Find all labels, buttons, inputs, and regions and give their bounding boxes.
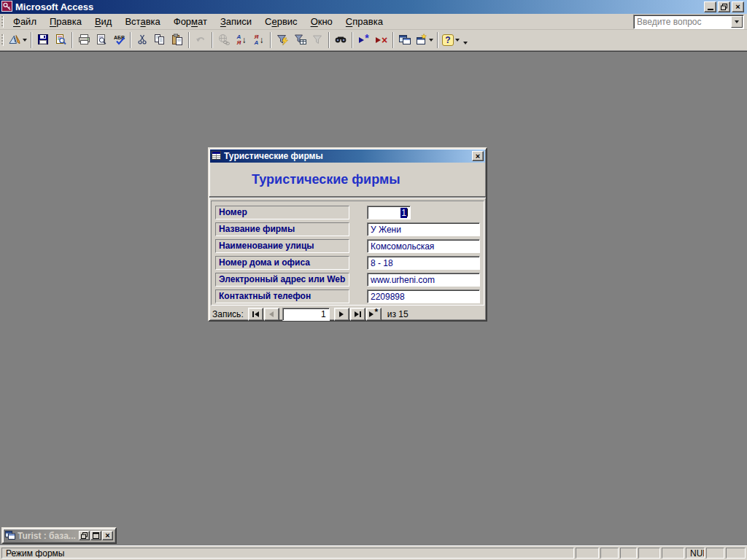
menu-item-окно[interactable]: Окно bbox=[304, 14, 339, 29]
minimized-database-window[interactable]: Turist : база... × bbox=[1, 527, 117, 544]
find-icon bbox=[334, 34, 347, 47]
mdi-workspace: Туристические фирмы × Туристические фирм… bbox=[0, 51, 747, 545]
field-input[interactable]: Комсомольская bbox=[367, 239, 480, 253]
status-bar: Режим формы NUM bbox=[0, 545, 747, 560]
close-icon: × bbox=[476, 152, 480, 160]
app-title: Microsoft Access bbox=[15, 1, 704, 12]
minimized-maximize-button[interactable] bbox=[90, 531, 101, 540]
status-panel bbox=[638, 548, 660, 559]
print-preview-button[interactable] bbox=[93, 31, 110, 49]
close-icon: × bbox=[105, 532, 109, 540]
chevron-down-icon bbox=[23, 39, 27, 42]
field-input[interactable]: 8 - 18 bbox=[367, 256, 480, 270]
copy-button[interactable] bbox=[151, 31, 169, 49]
apply-filter-button bbox=[309, 31, 326, 49]
filter-by-selection-button[interactable] bbox=[274, 31, 291, 49]
new-record-icon: * bbox=[359, 36, 368, 44]
menu-item-формат[interactable]: Формат bbox=[167, 14, 214, 29]
field-input[interactable]: www.urheni.com bbox=[367, 273, 480, 287]
toolbar-separator bbox=[130, 32, 131, 48]
sort-descending-button[interactable]: ЯА↓ bbox=[250, 31, 268, 49]
view-button[interactable] bbox=[7, 31, 28, 49]
minimized-restore-button[interactable] bbox=[79, 531, 90, 540]
minimized-close-button[interactable]: × bbox=[102, 531, 113, 540]
next-record-button[interactable] bbox=[334, 308, 349, 321]
last-record-button[interactable] bbox=[350, 308, 365, 321]
toolbar-options-button[interactable] bbox=[461, 31, 470, 49]
first-record-icon bbox=[255, 311, 259, 317]
minimized-window-title: Turist : база... bbox=[18, 531, 78, 541]
status-panel bbox=[600, 548, 619, 559]
form-view-toolbar: АБВАЯ↓ЯА↓*×? bbox=[0, 30, 747, 51]
field-label: Название фирмы bbox=[215, 222, 349, 236]
prev-record-icon bbox=[269, 311, 274, 317]
print-preview-icon bbox=[96, 34, 107, 47]
undo-button bbox=[192, 31, 209, 49]
form-view-icon bbox=[8, 34, 21, 47]
menu-item-записи[interactable]: Записи bbox=[214, 14, 258, 29]
ask-question-combobox[interactable]: Введите вопрос bbox=[633, 15, 744, 29]
menu-item-вставка[interactable]: Вставка bbox=[118, 14, 166, 29]
form-title-bar[interactable]: Туристические фирмы × bbox=[210, 149, 485, 163]
spelling-button[interactable]: АБВ bbox=[110, 31, 128, 49]
menu-item-сервис[interactable]: Сервис bbox=[258, 14, 304, 29]
sort-asc-icon: АЯ↓ bbox=[237, 34, 247, 46]
menu-item-справка[interactable]: Справка bbox=[339, 14, 390, 29]
new-object-icon bbox=[415, 34, 427, 47]
sort-ascending-button[interactable]: АЯ↓ bbox=[233, 31, 250, 49]
toolbar-drag-handle[interactable] bbox=[1, 34, 4, 46]
status-panel bbox=[662, 548, 684, 559]
new-record-nav-button[interactable]: * bbox=[366, 308, 382, 321]
ask-question-dropdown-button[interactable] bbox=[731, 16, 743, 28]
field-input[interactable]: 2209898 bbox=[367, 289, 480, 303]
field-row: Наименование улицыКомсомольская bbox=[209, 239, 486, 253]
close-icon: × bbox=[735, 3, 740, 11]
help-button[interactable]: ? bbox=[441, 31, 461, 49]
menu-item-вид[interactable]: Вид bbox=[88, 14, 119, 29]
status-panel bbox=[726, 548, 746, 559]
field-input[interactable]: У Жени bbox=[367, 222, 480, 236]
paste-icon bbox=[171, 34, 183, 47]
delete-record-button[interactable]: × bbox=[373, 31, 390, 49]
minimize-button[interactable] bbox=[704, 1, 716, 12]
database-window-button[interactable] bbox=[396, 31, 414, 49]
form-header-section: Туристические фирмы bbox=[209, 163, 486, 196]
minimized-window-title-bar[interactable]: Turist : база... × bbox=[4, 529, 115, 542]
record-number-input[interactable]: 1 bbox=[282, 308, 330, 321]
field-row: Номер1 bbox=[209, 206, 486, 219]
form-detail-section: Номер1Название фирмыУ ЖениНаименование у… bbox=[209, 198, 486, 306]
ask-question-text: Введите вопрос bbox=[634, 17, 731, 27]
cut-button[interactable] bbox=[133, 31, 151, 49]
menu-drag-handle[interactable] bbox=[1, 16, 4, 28]
file-search-button[interactable] bbox=[52, 31, 69, 49]
file-search-icon bbox=[55, 34, 66, 47]
menu-item-правка[interactable]: Правка bbox=[43, 14, 88, 29]
spelling-icon: АБВ bbox=[113, 34, 125, 47]
print-icon bbox=[78, 34, 90, 47]
field-row: Название фирмыУ Жени bbox=[209, 222, 486, 236]
form-close-button[interactable]: × bbox=[472, 151, 484, 161]
toolbar-options-icon bbox=[463, 42, 468, 44]
access-app-icon bbox=[1, 1, 12, 14]
paste-button[interactable] bbox=[169, 31, 186, 49]
first-record-button[interactable] bbox=[248, 308, 263, 321]
menu-item-файл[interactable]: Файл bbox=[7, 14, 43, 29]
chevron-down-icon bbox=[735, 20, 739, 23]
new-object-button[interactable] bbox=[414, 31, 435, 49]
field-input[interactable]: 1 bbox=[367, 206, 411, 219]
filter-by-form-button[interactable] bbox=[291, 31, 309, 49]
toolbar-separator bbox=[31, 32, 32, 48]
toolbar-separator bbox=[352, 32, 353, 48]
field-label: Наименование улицы bbox=[215, 239, 349, 253]
toolbar-separator bbox=[71, 32, 73, 48]
maximize-icon bbox=[93, 532, 99, 539]
find-button[interactable] bbox=[332, 31, 349, 49]
save-button[interactable] bbox=[34, 31, 52, 49]
cut-icon bbox=[136, 34, 148, 47]
new-record-button[interactable]: * bbox=[355, 31, 373, 49]
restore-button[interactable] bbox=[718, 1, 730, 12]
record-count-label: из 15 bbox=[387, 309, 409, 319]
field-row: Номер дома и офиса8 - 18 bbox=[209, 256, 486, 270]
print-button[interactable] bbox=[75, 31, 93, 49]
close-button[interactable]: × bbox=[732, 1, 744, 12]
